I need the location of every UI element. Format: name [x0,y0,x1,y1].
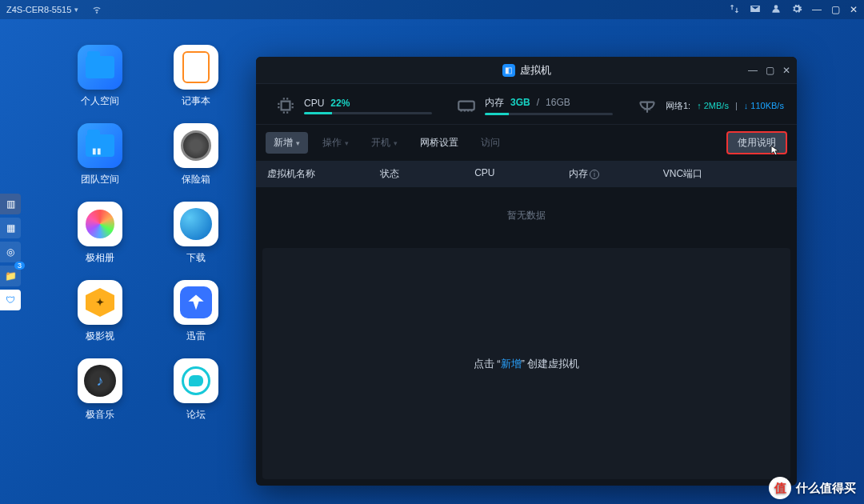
app-safe[interactable]: 保险箱 [152,123,240,202]
app-video[interactable]: ✦极影视 [56,280,144,358]
col-status: 状态 [380,167,474,181]
mem-used: 3GB [510,97,530,108]
help-button[interactable]: 使用说明 [726,131,787,154]
app-xunlei[interactable]: 迅雷 [152,280,240,358]
app-music[interactable]: ♪极音乐 [56,358,144,437]
net-stat: 网络1: ↑ 2MB/s | ↓ 110KB/s [637,95,786,116]
network-icon [637,95,658,116]
col-cpu: CPU [474,167,569,181]
vm-window-title: 虚拟机 [520,63,551,78]
app-label: 记事本 [182,94,210,108]
net-up: ↑ 2MB/s [697,101,729,110]
cursor-icon [770,145,781,156]
host-selector[interactable]: Z4S-CER8-5515 ▾ [6,5,78,14]
mini-folder-icon[interactable]: 📁 [0,266,21,286]
vm-close-icon[interactable]: ✕ [782,65,790,76]
vm-table-empty: 暂无数据 [256,187,797,243]
new-vm-button[interactable]: 新增▾ [266,132,308,154]
memory-icon [456,95,477,116]
bridge-button[interactable]: 网桥设置 [412,132,466,154]
app-label: 论坛 [186,408,206,422]
cpu-icon [275,95,296,116]
vm-stats-row: CPU22% 内存3GB/16GB 网络1: ↑ 2MB/s | ↓ 110KB… [256,84,797,124]
app-gallery[interactable]: 极相册 [56,202,144,280]
net-down: ↓ 110KB/s [744,101,784,110]
cpu-stat: CPU22% [275,95,432,116]
cpu-label: CPU [304,98,324,109]
transfer-icon[interactable] [729,3,740,17]
chevron-down-icon: ▾ [74,6,78,14]
mini-drive-icon[interactable]: ▥ [0,194,21,214]
ops-button: 操作▾ [314,132,357,154]
left-mini-bar: ▥ ▦ ◎ 📁 🛡 [0,194,21,310]
visit-button: 访问 [473,132,508,154]
app-label: 个人空间 [81,94,119,108]
mem-total: 16GB [546,97,570,108]
boot-button: 开机▾ [363,132,406,154]
close-icon[interactable]: ✕ [850,4,858,15]
empty-text: 暂无数据 [507,209,546,222]
net-label: 网络1: [666,100,690,112]
wifi-icon[interactable] [91,3,102,17]
hint-highlight: 新增 [501,358,522,370]
system-top-bar: Z4S-CER8-5515 ▾ — ▢ ✕ [0,0,864,19]
maximize-icon[interactable]: ▢ [831,4,840,15]
cpu-value: 22% [330,98,350,109]
gear-icon[interactable] [791,3,802,17]
col-name: 虚拟机名称 [267,167,380,181]
vm-table-header: 虚拟机名称 状态 CPU 内存i VNC端口 [256,161,797,187]
info-icon[interactable]: i [590,170,599,179]
cpu-bar [304,112,432,114]
app-download[interactable]: 下载 [152,202,240,280]
mini-shield-icon[interactable]: 🛡 [0,290,21,310]
vm-window: ◧ 虚拟机 — ▢ ✕ CPU22% 内存3GB/16GB [256,57,797,486]
vm-hint-panel: 点击 “新增” 创建虚拟机 [262,248,790,479]
minimize-icon[interactable]: — [812,4,822,15]
top-bar-tray: — ▢ ✕ [729,3,858,17]
mem-bar [485,113,613,115]
desktop-grid: 个人空间 记事本 团队空间 保险箱 极相册 下载 ✦极影视 迅雷 ♪极音乐 论坛 [56,45,240,437]
user-icon[interactable] [770,3,782,17]
vm-minimize-icon[interactable]: — [748,65,758,76]
watermark-logo-icon: 值 [769,477,791,499]
vm-logo-icon: ◧ [502,64,515,77]
mini-disk-icon[interactable]: ◎ [0,242,21,262]
watermark-text: 什么值得买 [796,481,856,496]
col-mem: 内存i [569,167,663,181]
app-label: 极影视 [86,330,114,343]
app-label: 迅雷 [186,330,206,343]
app-forum[interactable]: 论坛 [152,358,240,437]
vm-toolbar: 新增▾ 操作▾ 开机▾ 网桥设置 访问 使用说明 [256,124,797,161]
app-personal-space[interactable]: 个人空间 [56,45,144,123]
mem-stat: 内存3GB/16GB [456,95,613,116]
mail-icon[interactable] [750,3,761,17]
watermark: 值 什么值得买 [769,477,856,499]
app-notepad[interactable]: 记事本 [152,45,240,123]
vm-maximize-icon[interactable]: ▢ [766,65,774,76]
app-label: 保险箱 [182,173,210,186]
app-label: 极相册 [86,251,114,265]
svg-rect-0 [458,102,474,110]
chevron-down-icon: ▾ [296,139,300,147]
app-label: 下载 [186,251,206,265]
mem-label: 内存 [485,96,504,110]
mini-apps-icon[interactable]: ▦ [0,218,21,238]
col-vnc: VNC端口 [663,167,786,181]
app-label: 极音乐 [86,408,114,422]
hostname-label: Z4S-CER8-5515 [6,5,71,14]
vm-title-bar[interactable]: ◧ 虚拟机 — ▢ ✕ [256,57,797,84]
app-label: 团队空间 [81,173,119,186]
app-team-space[interactable]: 团队空间 [56,123,144,202]
